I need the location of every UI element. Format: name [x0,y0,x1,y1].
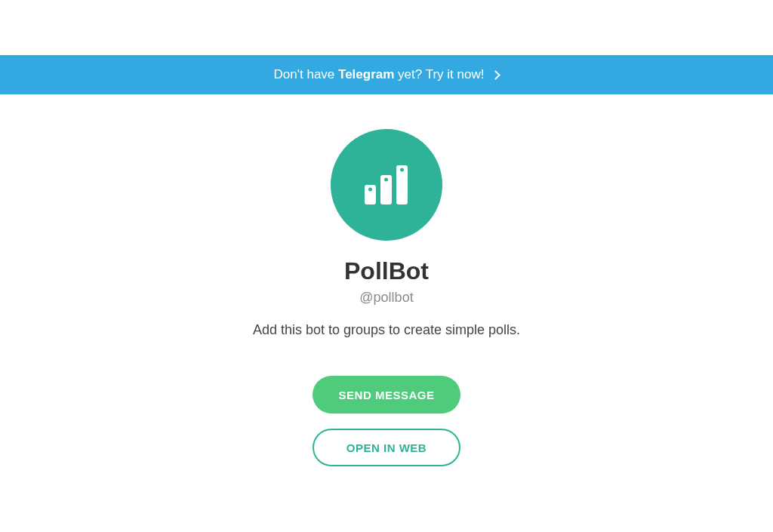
profile-container: PollBot @pollbot Add this bot to groups … [0,129,773,466]
open-in-web-button[interactable]: OPEN IN WEB [313,429,460,466]
poll-bars-icon [356,155,417,215]
banner-text: Don't have Telegram yet? Try it now! [274,67,500,82]
banner-bold: Telegram [338,67,394,81]
send-message-button[interactable]: SEND MESSAGE [313,376,460,414]
banner-suffix: yet? Try it now! [394,67,484,81]
avatar [331,129,442,241]
bot-description: Add this bot to groups to create simple … [253,322,520,338]
svg-point-1 [368,188,372,192]
telegram-promo-banner[interactable]: Don't have Telegram yet? Try it now! [0,55,773,94]
chevron-right-icon [491,70,501,80]
svg-point-3 [384,178,388,182]
bot-name: PollBot [344,257,429,285]
svg-point-5 [400,168,404,172]
bot-username: @pollbot [359,290,413,306]
banner-prefix: Don't have [274,67,338,81]
action-buttons: SEND MESSAGE OPEN IN WEB [313,376,460,466]
